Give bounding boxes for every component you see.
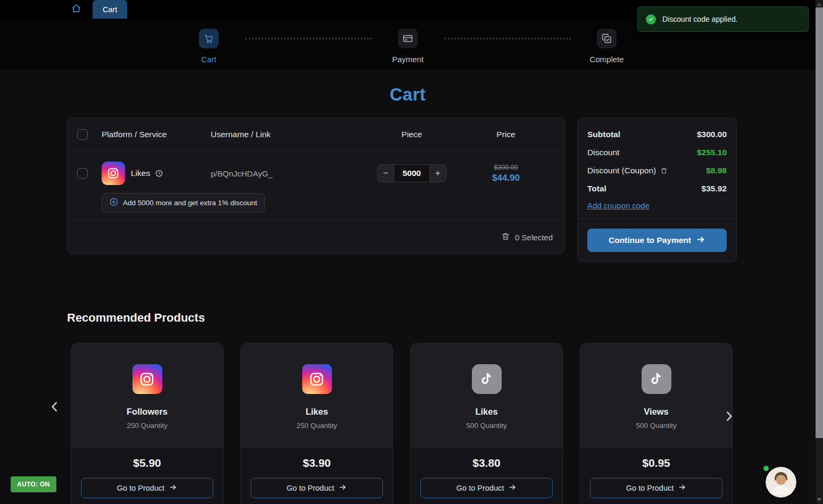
add-coupon-link[interactable]: Add coupon code — [587, 201, 650, 210]
row-checkbox[interactable] — [77, 168, 88, 179]
arrow-right-icon — [696, 235, 705, 246]
arrow-right-icon — [169, 483, 177, 493]
product-name: Likes — [411, 407, 562, 417]
coupon-label: Discount (Coupon) — [587, 166, 656, 175]
check-circle-icon — [646, 14, 656, 24]
product-price: $3.80 — [420, 457, 553, 469]
summary-coupon: Discount (Coupon) $8.98 — [587, 162, 727, 180]
home-icon — [71, 3, 81, 15]
carousel-next-button[interactable] — [720, 406, 738, 429]
page-scrollbar — [816, 0, 823, 504]
order-summary: Subtotal $300.00 Discount $255.10 Discou… — [577, 117, 737, 262]
shopping-cart-icon — [199, 29, 219, 48]
total-label: Total — [587, 184, 606, 194]
recommended-products: Recommended Products Followers — [67, 311, 737, 504]
tab-cart-label: Cart — [103, 5, 117, 14]
arrow-right-icon — [678, 483, 686, 493]
discounted-price: $44.90 — [492, 173, 520, 183]
go-to-product-label: Go to Product — [287, 484, 334, 492]
arrow-right-icon — [509, 483, 517, 493]
chevron-right-icon — [722, 418, 736, 426]
col-price: Price — [457, 130, 555, 139]
product-name: Followers — [71, 407, 223, 417]
home-button[interactable] — [67, 0, 85, 19]
original-price: $300.00 — [494, 164, 518, 171]
scrollbar-thumb[interactable] — [816, 7, 823, 438]
plus-circle-icon — [110, 198, 118, 208]
trash-icon[interactable] — [501, 232, 510, 242]
credit-card-icon — [398, 29, 418, 48]
select-all-checkbox[interactable] — [77, 129, 88, 140]
go-to-product-button[interactable]: Go to Product — [420, 478, 553, 498]
quantity-increase-button[interactable]: + — [429, 164, 446, 182]
summary-discount: Discount $255.10 — [587, 144, 727, 162]
quantity-stepper: − + — [367, 164, 457, 182]
col-piece: Piece — [367, 130, 457, 139]
instagram-icon — [302, 364, 332, 394]
continue-to-payment-button[interactable]: Continue to Payment — [587, 229, 727, 252]
product-price: $3.90 — [251, 457, 383, 469]
recommended-title: Recommended Products — [67, 311, 737, 325]
item-link: p/BQnJcHDAyG_ — [211, 169, 367, 178]
remove-coupon-trash-icon[interactable] — [660, 167, 668, 174]
avatar-image — [766, 467, 796, 498]
product-quantity: 250 Quantity — [241, 422, 393, 430]
discount-value: $255.10 — [697, 148, 727, 157]
product-price: $0.95 — [590, 457, 722, 469]
stepper-connector — [444, 38, 571, 70]
step-complete-label: Complete — [589, 55, 624, 64]
continue-button-label: Continue to Payment — [609, 236, 691, 245]
subtotal-label: Subtotal — [587, 130, 620, 139]
stepper-connector — [245, 38, 372, 70]
go-to-product-label: Go to Product — [456, 484, 504, 492]
step-complete[interactable]: Complete — [581, 29, 633, 70]
table-header: Platform / Service Username / Link Piece… — [68, 118, 564, 151]
go-to-product-button[interactable]: Go to Product — [590, 478, 722, 498]
clock-icon[interactable] — [155, 169, 163, 178]
instagram-icon — [102, 162, 125, 185]
tiktok-icon — [472, 364, 502, 394]
go-to-product-button[interactable]: Go to Product — [251, 478, 383, 498]
auto-mode-badge[interactable]: AUTO: ON — [11, 476, 56, 492]
col-platform-service: Platform / Service — [102, 130, 211, 139]
online-status-dot — [763, 466, 769, 471]
complete-check-icon — [597, 29, 617, 48]
carousel-prev-button[interactable] — [46, 396, 64, 419]
cart-table: Platform / Service Username / Link Piece… — [67, 117, 565, 254]
support-chat-avatar[interactable] — [766, 467, 796, 498]
page-title: Cart — [0, 85, 816, 105]
main-content: Platform / Service Username / Link Piece… — [0, 117, 816, 504]
product-quantity: 500 Quantity — [411, 422, 562, 430]
selection-status: 0 Selected — [515, 233, 553, 242]
instagram-icon — [132, 364, 162, 394]
product-card: Views 500 Quantity $0.95 Go to Product — [580, 343, 733, 504]
coupon-value: $8.98 — [706, 166, 727, 175]
scroll-up-icon[interactable] — [817, 3, 821, 6]
scroll-down-icon[interactable] — [817, 498, 821, 501]
chevron-left-icon — [48, 409, 62, 417]
table-footer: 0 Selected — [68, 221, 564, 254]
tab-cart[interactable]: Cart — [93, 0, 127, 19]
discount-label: Discount — [587, 148, 619, 157]
step-payment-label: Payment — [392, 55, 423, 64]
product-cards-row: Followers 250 Quantity $5.90 Go to Produ… — [71, 343, 737, 504]
total-value: $35.92 — [702, 184, 727, 194]
step-cart[interactable]: Cart — [184, 29, 235, 70]
go-to-product-label: Go to Product — [626, 484, 674, 492]
product-quantity: 250 Quantity — [71, 422, 223, 430]
promo-text: Add 5000 more and get extra 1% discount — [123, 199, 257, 207]
quantity-decrease-button[interactable]: − — [377, 164, 394, 182]
product-name: Views — [580, 407, 732, 417]
summary-divider — [578, 219, 736, 219]
product-card: Followers 250 Quantity $5.90 Go to Produ… — [71, 343, 223, 504]
toast-notification: Discount code applied. — [637, 6, 809, 32]
quantity-input[interactable] — [394, 164, 429, 182]
page-container: Cart Discount code applied. Cart Payment — [0, 0, 816, 504]
product-name: Likes — [241, 407, 393, 417]
go-to-product-label: Go to Product — [117, 484, 164, 492]
product-price: $5.90 — [81, 457, 213, 469]
promo-chip[interactable]: Add 5000 more and get extra 1% discount — [102, 193, 265, 213]
go-to-product-button[interactable]: Go to Product — [81, 478, 213, 498]
step-payment[interactable]: Payment — [383, 29, 434, 70]
service-name: Likes — [131, 169, 150, 178]
